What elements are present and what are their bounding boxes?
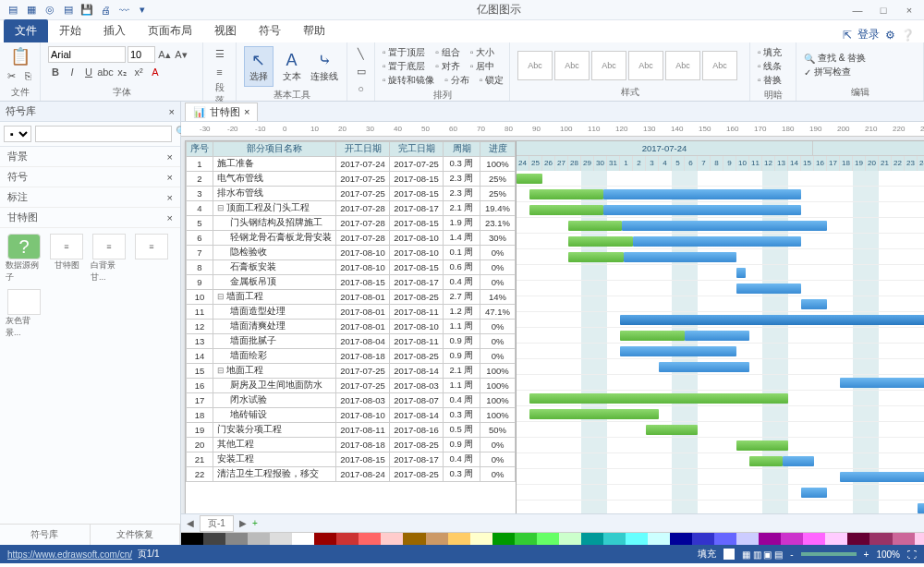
- category-item[interactable]: 符号×: [0, 167, 180, 187]
- table-row[interactable]: 1施工准备2017-07-242017-07-250.3 周100%: [187, 157, 516, 172]
- table-row[interactable]: 4⊟顶面工程及门头工程2017-07-282017-08-172.1 周19.4…: [187, 201, 516, 216]
- color-swatch[interactable]: [736, 533, 759, 545]
- table-row[interactable]: 6轻钢龙骨石膏板龙骨安装2017-07-282017-08-101.4 周30%: [187, 231, 516, 246]
- qat-icon[interactable]: ▦: [24, 3, 39, 18]
- color-swatch[interactable]: [314, 533, 336, 545]
- zoom-out[interactable]: -: [790, 549, 793, 560]
- status-url[interactable]: https://www.edrawsoft.com/cn/: [7, 549, 132, 560]
- font-color-button[interactable]: A: [148, 65, 163, 79]
- color-swatch[interactable]: [403, 533, 425, 545]
- spellcheck-button[interactable]: ✓ 拼写检查: [804, 66, 866, 78]
- table-row[interactable]: 17闭水试验2017-08-032017-08-070.4 周100%: [187, 393, 516, 408]
- color-swatch[interactable]: [692, 533, 714, 545]
- minimize-button[interactable]: —: [848, 5, 867, 16]
- color-swatch[interactable]: [181, 533, 203, 545]
- find-replace-button[interactable]: 🔍 查找 & 替换: [804, 52, 866, 65]
- tab-close-icon[interactable]: ×: [244, 106, 249, 117]
- color-swatch[interactable]: [803, 533, 825, 545]
- style-thumb[interactable]: Abc: [591, 51, 626, 80]
- table-row[interactable]: 8石膏板安装2017-08-102017-08-150.6 周0%: [187, 260, 516, 275]
- table-row[interactable]: 18地砖铺设2017-08-102017-08-140.3 周100%: [187, 408, 516, 423]
- library-thumb[interactable]: ?数据源例子: [6, 234, 43, 284]
- table-row[interactable]: 3排水布管线2017-07-252017-08-152.3 周25%: [187, 187, 516, 201]
- color-swatch[interactable]: [248, 533, 270, 545]
- canvas-scroll[interactable]: 序号部分项目名称开工日期完工日期周期进度 1施工准备2017-07-242017…: [181, 137, 924, 513]
- increase-font-icon[interactable]: A▴: [157, 47, 172, 62]
- color-swatch[interactable]: [492, 533, 515, 545]
- ribbon-tab[interactable]: 符号: [248, 19, 292, 42]
- qat-icon[interactable]: ◎: [43, 3, 57, 18]
- color-swatch[interactable]: [292, 533, 314, 545]
- share-icon[interactable]: ⇱: [843, 29, 852, 42]
- color-swatch[interactable]: [336, 533, 359, 545]
- color-swatch[interactable]: [759, 533, 781, 545]
- color-swatch[interactable]: [448, 533, 470, 545]
- rect-icon[interactable]: ▭: [354, 64, 369, 78]
- category-item[interactable]: 标注×: [0, 187, 180, 208]
- table-row[interactable]: 15⊟地面工程2017-07-252017-08-142.1 周100%: [187, 364, 516, 379]
- color-swatch[interactable]: [470, 533, 492, 545]
- color-swatch[interactable]: [847, 533, 869, 545]
- page-add[interactable]: +: [252, 518, 258, 528]
- maximize-button[interactable]: □: [874, 5, 893, 16]
- doc-tab[interactable]: 📊 甘特图 ×: [185, 103, 258, 121]
- table-row[interactable]: 20其他工程2017-08-182017-08-250.9 周0%: [187, 438, 516, 452]
- color-swatch[interactable]: [893, 533, 915, 545]
- category-dropdown[interactable]: ▪: [4, 126, 31, 142]
- strike-button[interactable]: abc: [98, 65, 113, 79]
- cut-icon[interactable]: ✂: [5, 68, 19, 83]
- copy-icon[interactable]: ⎘: [21, 68, 36, 83]
- font-name-select[interactable]: [48, 46, 126, 63]
- fill-swatch[interactable]: [723, 549, 735, 560]
- ribbon-tab[interactable]: 视图: [203, 19, 248, 42]
- fullscreen-icon[interactable]: ⛶: [907, 549, 917, 560]
- footer-tab-recovery[interactable]: 文件恢复: [91, 525, 181, 545]
- super-button[interactable]: x²: [131, 65, 146, 79]
- underline-button[interactable]: U: [81, 65, 96, 79]
- connector-tool[interactable]: ⤷连接线: [310, 46, 339, 87]
- italic-button[interactable]: I: [65, 65, 79, 79]
- category-item[interactable]: 甘特图×: [0, 208, 180, 228]
- panel-close-icon[interactable]: ×: [169, 106, 175, 117]
- table-row[interactable]: 16厨房及卫生间地面防水2017-07-252017-08-031.1 周100…: [187, 379, 516, 393]
- table-row[interactable]: 12墙面清爽处理2017-08-012017-08-101.1 周0%: [187, 320, 516, 334]
- ribbon-tab[interactable]: 文件: [4, 19, 48, 42]
- line-icon[interactable]: ╲: [354, 46, 369, 61]
- style-thumb[interactable]: Abc: [517, 51, 553, 80]
- library-thumb[interactable]: ≡白背景甘...: [91, 234, 128, 284]
- qat-icon[interactable]: 🖨: [98, 3, 113, 18]
- table-row[interactable]: 9金属板吊顶2017-08-152017-08-170.4 周0%: [187, 275, 516, 290]
- color-swatch[interactable]: [225, 533, 248, 545]
- style-thumb[interactable]: Abc: [702, 51, 737, 80]
- select-tool[interactable]: ↖选择: [244, 46, 274, 87]
- circle-icon[interactable]: ○: [354, 81, 369, 96]
- category-item[interactable]: 背景×: [0, 147, 180, 167]
- table-row[interactable]: 14墙面绘彩2017-08-182017-08-250.9 周0%: [187, 349, 516, 364]
- table-row[interactable]: 7隐检验收2017-08-102017-08-100.1 周0%: [187, 246, 516, 260]
- color-swatch[interactable]: [270, 533, 292, 545]
- ribbon-tab[interactable]: 帮助: [292, 19, 336, 42]
- color-swatch[interactable]: [559, 533, 581, 545]
- align-icon[interactable]: ≡: [213, 65, 227, 79]
- library-thumb[interactable]: 灰色背景...: [6, 289, 43, 339]
- color-palette[interactable]: [181, 532, 924, 545]
- table-row[interactable]: 2电气布管线2017-07-252017-08-152.3 周25%: [187, 172, 516, 187]
- color-swatch[interactable]: [359, 533, 381, 545]
- table-row[interactable]: 21安装工程2017-08-152017-08-170.4 周0%: [187, 452, 516, 467]
- ribbon-tab[interactable]: 开始: [48, 19, 92, 42]
- color-swatch[interactable]: [714, 533, 736, 545]
- color-swatch[interactable]: [515, 533, 537, 545]
- zoom-in[interactable]: +: [864, 549, 869, 560]
- style-thumb[interactable]: Abc: [665, 51, 700, 80]
- footer-tab-library[interactable]: 符号库: [0, 525, 91, 545]
- ribbon-tab[interactable]: 页面布局: [137, 19, 203, 42]
- color-swatch[interactable]: [581, 533, 603, 545]
- ribbon-tab[interactable]: 插入: [92, 19, 137, 42]
- search-input[interactable]: [35, 126, 172, 142]
- color-swatch[interactable]: [915, 533, 924, 545]
- gear-icon[interactable]: ⚙: [885, 29, 895, 42]
- color-swatch[interactable]: [670, 533, 692, 545]
- color-swatch[interactable]: [781, 533, 803, 545]
- table-row[interactable]: 22清洁卫生工程报验，移交2017-08-242017-08-250.3 周0%: [187, 467, 516, 482]
- style-thumb[interactable]: Abc: [554, 51, 590, 80]
